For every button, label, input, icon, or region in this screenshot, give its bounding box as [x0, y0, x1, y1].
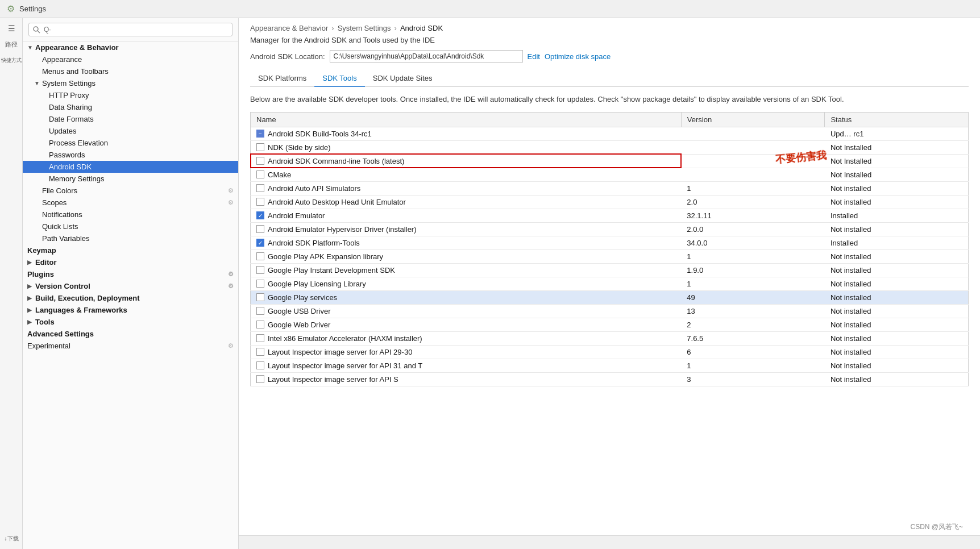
- bottom-bar: [239, 535, 980, 549]
- checkbox-15[interactable]: [256, 334, 264, 342]
- sidebar-item-quick-lists[interactable]: Quick Lists: [23, 221, 238, 232]
- tab-sdk-tools[interactable]: SDK Tools: [314, 70, 364, 87]
- table-row: Google Play services49Not installed: [251, 290, 969, 304]
- checkbox-11[interactable]: [256, 280, 264, 288]
- breadcrumb-part-1: Appearance & Behavior: [250, 24, 328, 32]
- sidebar-item-appearance-behavior[interactable]: ▼Appearance & Behavior: [23, 41, 238, 53]
- sidebar-item-build-execution[interactable]: ▶Build, Execution, Deployment: [23, 292, 238, 304]
- checkbox-9[interactable]: [256, 252, 264, 260]
- nav-icon-download[interactable]: ↓下载: [0, 531, 23, 547]
- checkbox-18[interactable]: [256, 375, 264, 383]
- sidebar-item-updates[interactable]: Updates: [23, 125, 238, 137]
- sidebar-item-file-colors[interactable]: File Colors⚙: [23, 185, 238, 197]
- sidebar-item-system-settings[interactable]: ▼System Settings: [23, 77, 238, 89]
- sidebar-item-label-system-settings: System Settings: [42, 79, 95, 88]
- sidebar-item-process-elevation[interactable]: Process Elevation: [23, 137, 238, 149]
- row-version-6: 32.1.11: [681, 209, 825, 222]
- checkbox-cell-9: Google Play APK Expansion library: [256, 252, 675, 261]
- sidebar-item-android-sdk[interactable]: Android SDK: [23, 161, 238, 173]
- sidebar-item-editor[interactable]: ▶Editor: [23, 256, 238, 268]
- row-name-5: Android Auto Desktop Head Unit Emulator: [268, 198, 406, 206]
- row-version-9: 1: [681, 249, 825, 263]
- sdk-tools-table: Name Version Status −Android SDK Build-T…: [250, 112, 969, 386]
- checkbox-13[interactable]: [256, 307, 264, 315]
- sidebar-item-keymap[interactable]: Keymap: [23, 244, 238, 256]
- checkbox-14[interactable]: [256, 321, 264, 328]
- checkbox-4[interactable]: [256, 184, 264, 192]
- tabs-row: SDK PlatformsSDK ToolsSDK Update Sites: [250, 70, 969, 87]
- sidebar-item-menus-toolbars[interactable]: Menus and Toolbars: [23, 65, 238, 77]
- manager-description: Manager for the Android SDK and Tools us…: [250, 36, 969, 44]
- sidebar-item-data-sharing[interactable]: Data Sharing: [23, 101, 238, 113]
- table-row: Android SDK Command-line Tools (latest)N…: [251, 154, 969, 168]
- checkbox-16[interactable]: [256, 348, 264, 356]
- search-input[interactable]: [28, 23, 232, 36]
- expand-arrow-tools: ▶: [27, 319, 33, 325]
- checkbox-cell-11: Google Play Licensing Library: [256, 280, 675, 288]
- sidebar-item-http-proxy[interactable]: HTTP Proxy: [23, 89, 238, 101]
- checkbox-5[interactable]: [256, 198, 264, 206]
- checkbox-cell-12: Google Play services: [256, 293, 675, 302]
- sdk-location-row: Android SDK Location: Edit Optimize disk…: [250, 50, 969, 63]
- sidebar-item-advanced-settings[interactable]: Advanced Settings: [23, 328, 238, 340]
- checkbox-3[interactable]: [256, 170, 264, 178]
- sidebar-item-memory-settings[interactable]: Memory Settings: [23, 173, 238, 185]
- table-row: ✓Android SDK Platform-Tools34.0.0Install…: [251, 236, 969, 249]
- checkbox-2[interactable]: [256, 157, 264, 165]
- checkbox-1[interactable]: [256, 143, 264, 151]
- row-status-14: Not installed: [825, 318, 969, 331]
- sdk-location-input[interactable]: [330, 50, 523, 63]
- checkbox-6[interactable]: ✓: [256, 211, 264, 219]
- checkbox-cell-14: Google Web Driver: [256, 321, 675, 329]
- sidebar-item-experimental[interactable]: Experimental⚙: [23, 340, 238, 352]
- sidebar-item-date-formats[interactable]: Date Formats: [23, 113, 238, 125]
- edit-button[interactable]: Edit: [528, 52, 540, 61]
- sidebar-item-passwords[interactable]: Passwords: [23, 149, 238, 161]
- sidebar-item-notifications[interactable]: Notifications: [23, 209, 238, 221]
- row-name-10: Google Play Instant Development SDK: [268, 266, 395, 274]
- checkbox-12[interactable]: [256, 293, 264, 301]
- checkbox-cell-5: Android Auto Desktop Head Unit Emulator: [256, 198, 675, 206]
- sidebar-item-label-keymap: Keymap: [27, 246, 56, 255]
- row-version-0: [681, 127, 825, 140]
- checkbox-17[interactable]: [256, 361, 264, 369]
- row-name-1: NDK (Side by side): [268, 143, 331, 152]
- sidebar-item-languages-frameworks[interactable]: ▶Languages & Frameworks: [23, 304, 238, 316]
- sidebar-item-appearance[interactable]: Appearance: [23, 53, 238, 65]
- content-area: Appearance & Behavior › System Settings …: [239, 18, 980, 549]
- sidebar-item-tools[interactable]: ▶Tools: [23, 316, 238, 328]
- checkbox-7[interactable]: [256, 225, 264, 233]
- checkbox-cell-17: Layout Inspector image server for API 31…: [256, 361, 675, 370]
- table-row: Android Auto Desktop Head Unit Emulator2…: [251, 195, 969, 209]
- tab-sdk-platforms[interactable]: SDK Platforms: [250, 70, 314, 87]
- breadcrumb-sep-2: ›: [395, 24, 397, 32]
- checkbox-8[interactable]: ✓: [256, 239, 264, 247]
- checkbox-cell-2: Android SDK Command-line Tools (latest): [256, 157, 675, 165]
- table-row: Layout Inspector image server for API S3…: [251, 372, 969, 386]
- breadcrumb-part-2: System Settings: [338, 24, 391, 32]
- content-inner: Manager for the Android SDK and Tools us…: [239, 36, 980, 535]
- nav-icon-shortcut[interactable]: 快捷方式: [0, 52, 23, 68]
- sidebar-item-plugins[interactable]: Plugins⚙: [23, 268, 238, 280]
- sidebar-item-scopes[interactable]: Scopes⚙: [23, 197, 238, 209]
- sidebar-item-version-control[interactable]: ▶Version Control⚙: [23, 280, 238, 292]
- sidebar-item-label-version-control: Version Control: [35, 282, 90, 290]
- row-version-12: 49: [681, 290, 825, 304]
- breadcrumb-part-3: Android SDK: [400, 24, 443, 32]
- checkbox-10[interactable]: [256, 266, 264, 274]
- checkbox-0[interactable]: −: [256, 130, 264, 138]
- expand-arrow-system-settings: ▼: [34, 80, 40, 86]
- nav-icon-path[interactable]: 路径: [0, 36, 23, 52]
- checkbox-cell-7: Android Emulator Hypervisor Driver (inst…: [256, 225, 675, 234]
- nav-icon-1[interactable]: ☰: [0, 20, 23, 36]
- row-version-18: 3: [681, 372, 825, 386]
- tab-sdk-update-sites[interactable]: SDK Update Sites: [365, 70, 441, 87]
- row-name-6: Android Emulator: [268, 211, 325, 220]
- optimize-button[interactable]: Optimize disk space: [545, 52, 611, 61]
- checkbox-cell-8: ✓Android SDK Platform-Tools: [256, 239, 675, 247]
- expand-arrow-version-control: ▶: [27, 283, 33, 289]
- row-name-15: Intel x86 Emulator Accelerator (HAXM ins…: [268, 334, 422, 343]
- sidebar-item-path-variables[interactable]: Path Variables: [23, 232, 238, 244]
- search-box: [23, 18, 238, 41]
- table-row: Android Emulator Hypervisor Driver (inst…: [251, 222, 969, 236]
